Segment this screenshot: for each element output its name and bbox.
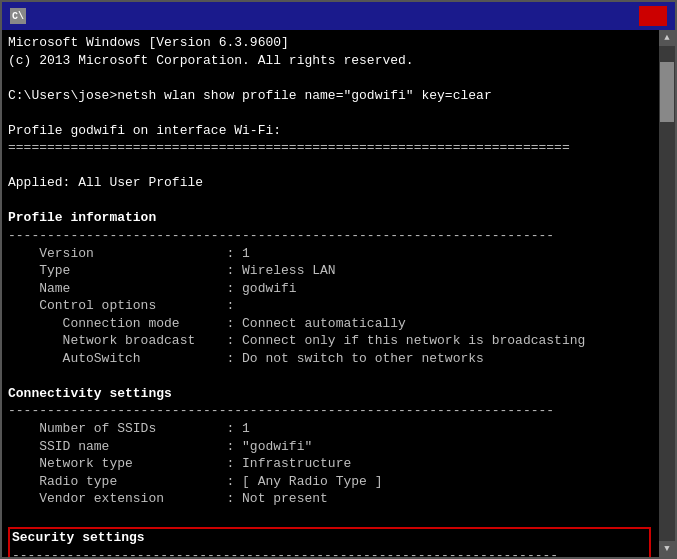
cmd-window: C\ Microsoft Windows [Version 6.3.9600](… [0, 0, 677, 559]
terminal-line: Microsoft Windows [Version 6.3.9600] [8, 34, 651, 52]
terminal-line: Profile information [8, 209, 651, 227]
terminal-line: Vendor extension : Not present [8, 490, 651, 508]
terminal-line: ========================================… [8, 139, 651, 157]
terminal-line: Connectivity settings [8, 385, 651, 403]
titlebar-left: C\ [10, 8, 32, 24]
terminal-line: C:\Users\jose>netsh wlan show profile na… [8, 87, 651, 105]
security-highlight-box: Security settings-----------------------… [8, 527, 651, 557]
terminal-content: Microsoft Windows [Version 6.3.9600](c) … [8, 34, 669, 557]
terminal-line: (c) 2013 Microsoft Corporation. All righ… [8, 52, 651, 70]
maximize-button[interactable] [609, 6, 637, 26]
terminal-line: Name : godwifi [8, 280, 651, 298]
terminal-body: Microsoft Windows [Version 6.3.9600](c) … [2, 30, 675, 557]
terminal-line [8, 367, 651, 385]
terminal-line: Type : Wireless LAN [8, 262, 651, 280]
terminal-line: SSID name : "godwifi" [8, 438, 651, 456]
window-controls[interactable] [579, 6, 667, 26]
scrollbar[interactable]: ▲ ▼ [659, 30, 675, 557]
terminal-line: AutoSwitch : Do not switch to other netw… [8, 350, 651, 368]
close-button[interactable] [639, 6, 667, 26]
scroll-up-arrow[interactable]: ▲ [659, 30, 675, 46]
scrollbar-thumb[interactable] [660, 62, 674, 122]
terminal-line [8, 69, 651, 87]
terminal-line: Radio type : [ Any Radio Type ] [8, 473, 651, 491]
terminal-line [8, 157, 651, 175]
terminal-line: ----------------------------------------… [12, 547, 649, 557]
minimize-button[interactable] [579, 6, 607, 26]
terminal-line [8, 192, 651, 210]
titlebar: C\ [2, 2, 675, 30]
terminal-line: Profile godwifi on interface Wi-Fi: [8, 122, 651, 140]
terminal-line: Network broadcast : Connect only if this… [8, 332, 651, 350]
terminal-line: Number of SSIDs : 1 [8, 420, 651, 438]
terminal-line: Security settings [12, 529, 649, 547]
terminal-line: Control options : [8, 297, 651, 315]
terminal-line [8, 104, 651, 122]
terminal-line: ----------------------------------------… [8, 402, 651, 420]
terminal-line: Network type : Infrastructure [8, 455, 651, 473]
terminal-line: Version : 1 [8, 245, 651, 263]
cmd-icon: C\ [10, 8, 26, 24]
terminal-line [8, 508, 651, 526]
scroll-down-arrow[interactable]: ▼ [659, 541, 675, 557]
terminal-line: Applied: All User Profile [8, 174, 651, 192]
terminal-line: Connection mode : Connect automatically [8, 315, 651, 333]
terminal-line: ----------------------------------------… [8, 227, 651, 245]
